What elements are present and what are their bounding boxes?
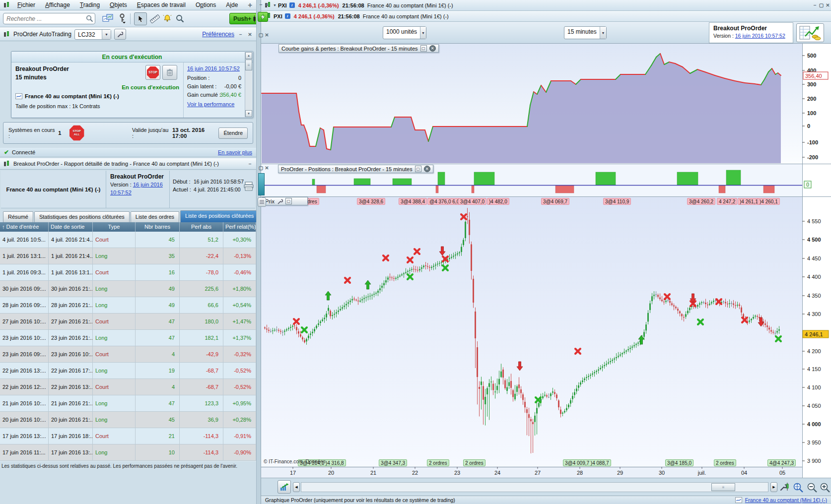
restore-window-icon[interactable]: ▢ [415,166,421,172]
close-icon[interactable]: ✕ [424,166,430,172]
svg-text:-200: -200 [807,154,818,160]
column-header[interactable]: ↑ Date d'entrée [0,222,49,232]
minimize-icon[interactable]: – [247,161,253,167]
status-instrument-link[interactable]: France 40 au comptant (Mini 1€) (-) [745,497,827,503]
tab-0[interactable]: Résumé [3,211,33,222]
menu-item[interactable]: Aide [226,1,238,8]
search-input[interactable] [3,15,86,22]
price-chart-tab[interactable]: Prix ▢ [262,197,308,205]
table-row[interactable]: 30 juin 2016 09:...30 juin 2016 21:...Lo… [0,281,256,297]
stop-system-button[interactable]: STOP [145,65,160,80]
scroll-up-icon[interactable]: ▲ [245,52,252,59]
pane-handle[interactable] [258,173,265,195]
positions-chart-tab[interactable]: ProOrder - Positions : Breakout ProOrder… [278,165,433,173]
system-start-link[interactable]: 16 juin 2016 10:57:52 [187,65,240,71]
table-row[interactable]: 1 juil. 2016 09:3...1 juil. 2016 13:1...… [0,264,256,281]
scroll-left-icon[interactable]: ◀ [293,482,300,492]
close-icon[interactable]: ✕ [429,45,436,52]
table-row[interactable]: 23 juin 2016 10:...23 juin 2016 21:...Lo… [0,330,256,346]
detach-chart-button[interactable] [277,480,291,494]
close-icon[interactable]: ✕ [264,32,270,38]
ruler-icon[interactable] [150,14,160,24]
close-icon[interactable]: ✕ [825,2,831,8]
menu-item[interactable]: Espaces de travail [137,1,186,8]
delete-system-button[interactable] [162,65,177,80]
chevron-down-icon[interactable]: ▼ [420,27,426,39]
table-row[interactable]: 1 juil. 2016 13:1...1 juil. 2016 21:4...… [0,248,256,264]
zoom-tool-icon[interactable] [176,14,184,24]
wrench-icon[interactable] [277,198,283,204]
column-header[interactable]: Nbr barres [136,222,180,232]
restore-window-icon[interactable]: ▢ [285,198,292,204]
table-row[interactable]: 21 juin 2016 10:...21 juin 2016 21:...Lo… [0,395,256,412]
zoom-out-icon[interactable] [806,482,818,495]
learn-more-link[interactable]: En savoir plus [218,149,252,155]
column-header[interactable]: Type [93,222,136,232]
panel-splitter[interactable] [256,0,261,504]
stop-all-button[interactable]: STOP ALL [69,125,84,141]
script-quick-button[interactable] [258,12,268,22]
table-row[interactable]: 22 juin 2016 13:...22 juin 2016 17:...Lo… [0,363,256,379]
chart-scrollbar-thumb[interactable]: ≡ [711,483,735,491]
chart-scrollbar-track[interactable]: ≡ [301,482,768,492]
preferences-link[interactable]: Préférences [202,31,234,38]
menu-item[interactable]: Objets [110,1,127,8]
menu-item[interactable]: Options [196,1,216,8]
chart-settings-icon[interactable] [779,482,790,494]
table-row[interactable]: 17 juin 2016 11:...17 juin 2016 13:...Lo… [0,444,256,461]
minimize-icon[interactable]: – [237,31,244,38]
table-row[interactable]: 28 juin 2016 09:...28 juin 2016 21:...Lo… [0,297,256,314]
table-row[interactable]: 4 juil. 2016 10:5...4 juil. 2016 21:4...… [0,232,256,248]
price-chart[interactable]: 4 5504 5004 4504 4004 3504 3004 2004 150… [261,196,831,478]
probacktest-icon[interactable] [118,13,126,25]
ticker-instrument: France 40 au comptant (Mini 1€) (-) [363,13,449,19]
chevron-down-icon[interactable]: ▼ [102,30,111,39]
report-shortcut-button[interactable] [796,23,824,42]
execution-scrollbar[interactable]: ▲ ≡ ▼ [245,52,252,117]
alerts-bell-icon[interactable] [163,14,172,24]
column-header[interactable]: Date de sortie [49,222,93,232]
menu-item[interactable]: Fichier [17,1,35,8]
close-icon[interactable]: ✕ [264,165,270,171]
zoom-in-icon[interactable] [819,482,831,495]
gains-chart-tab[interactable]: Courbe gains & pertes : Breakout ProOrde… [278,44,439,53]
table-row[interactable]: 27 juin 2016 10:...27 juin 2016 21:...Co… [0,314,256,330]
print-icon[interactable] [243,182,254,192]
timeframe-dropdown[interactable]: 15 minutes ▼ [564,26,607,39]
table-row[interactable]: 23 juin 2016 09:...23 juin 2016 10:...Co… [0,346,256,363]
table-row[interactable]: 20 juin 2016 10:...20 juin 2016 21:...Lo… [0,412,256,428]
fit-zoom-icon[interactable] [792,482,804,495]
scrollbar-thumb[interactable]: ≡ [245,60,252,70]
version-link[interactable]: 16 juin 2016 10:57:52 [735,33,785,39]
table-row[interactable]: 17 juin 2016 13:...17 juin 2016 18:...Co… [0,428,256,444]
menu-item[interactable]: Trading [80,1,100,8]
account-dropdown[interactable]: LCJ32 ▼ [74,29,111,40]
units-dropdown[interactable]: 1000 unités ▼ [383,26,426,39]
minimize-icon[interactable]: – [812,2,818,8]
table-row[interactable]: 22 juin 2016 12:...22 juin 2016 13:...Co… [0,379,256,395]
order-list-button[interactable] [258,197,266,207]
info-icon[interactable]: i [289,2,295,8]
cursor-tool-button[interactable] [134,12,147,25]
scroll-down-icon[interactable]: ▼ [245,110,252,117]
maximize-icon[interactable]: ▢ [818,2,825,8]
extend-button[interactable]: Étendre [218,127,248,139]
settings-wrench-button[interactable] [114,29,126,40]
chevron-down-icon[interactable]: ▼ [273,3,277,7]
close-icon[interactable]: ✕ [247,31,253,38]
new-chart-icon[interactable] [102,14,113,24]
tab-1[interactable]: Statistiques des positions clôturées [34,211,130,222]
info-icon[interactable]: i [285,13,290,19]
tab-2[interactable]: Liste des ordres [131,211,179,222]
pin-icon[interactable]: ✛ [247,2,253,8]
column-header[interactable]: Perf abs [180,222,223,232]
chevron-down-icon[interactable]: ▼ [600,27,606,39]
restore-window-icon[interactable]: ▢ [420,45,427,52]
scroll-right-icon[interactable]: ▶ [770,482,777,492]
menu-item[interactable]: Affichage [45,1,70,8]
tab-active-3[interactable]: Liste des positions clôturées [180,210,259,222]
close-icon[interactable]: ✕ [264,1,270,8]
column-header[interactable]: Perf relat(%) [223,222,256,232]
gains-losses-chart[interactable]: 5004003002001000-100-200356,40 [261,44,831,164]
performance-link[interactable]: Voir la performance [187,101,234,107]
